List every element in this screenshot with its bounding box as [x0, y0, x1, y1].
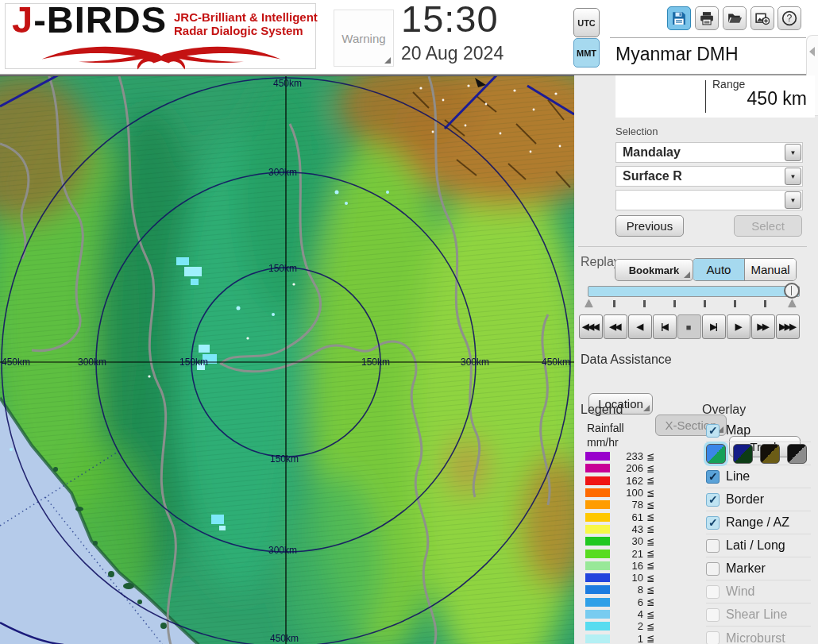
legend-row: 162≦: [585, 475, 665, 487]
timeline-tick: [764, 300, 766, 307]
checkbox-map[interactable]: [706, 424, 720, 438]
legend-label: Legend: [581, 403, 623, 417]
radar-map-svg: 450km 300km 150km 150km 300km 450km 450k…: [0, 76, 574, 644]
eagle-logo-icon: [10, 39, 312, 71]
jump-end-button[interactable]: ▶▶▶: [776, 314, 800, 339]
jbirds-app: 450km 300km 150km 150km 300km 450km 450k…: [0, 0, 818, 644]
legend-row: 4≦: [585, 608, 665, 620]
station-name: Myanmar DMH: [615, 44, 739, 65]
legend-row: 100≦: [585, 487, 665, 499]
product-dropdown-value: Surface R: [623, 169, 682, 183]
map-style-black-gray[interactable]: [787, 444, 807, 464]
map-style-selector: [706, 442, 811, 465]
play-button[interactable]: ▶: [727, 314, 750, 339]
clock-time: 15:30: [401, 0, 499, 40]
brand-tagline: JRC-Brilliant & Intelligent Radar Dialog…: [174, 10, 318, 37]
checkbox-wind: [706, 585, 720, 599]
replay-timeline-slider[interactable]: [588, 286, 800, 297]
extra-dropdown[interactable]: ▼: [615, 190, 803, 210]
chevron-down-icon[interactable]: ▼: [785, 191, 801, 209]
radar-map-view[interactable]: 450km 300km 150km 150km 300km 450km 450k…: [0, 75, 574, 644]
add-image-button[interactable]: [750, 6, 774, 30]
legend-row: 16≦: [585, 560, 665, 572]
rainfall-legend: 233≦ 206≦ 162≦ 100≦ 78≦ 61≦ 43≦ 30≦ 21≦ …: [585, 450, 665, 644]
checkbox-shear-line: [706, 608, 720, 622]
range-label: Range: [712, 78, 745, 91]
legend-row: 78≦: [585, 499, 665, 511]
checkbox-marker[interactable]: [706, 562, 720, 576]
overlay-list: Map Line Border Range / AZ Lati / Long M…: [706, 419, 811, 644]
timeline-end-marker[interactable]: ▲: [785, 295, 799, 311]
svg-text:450km: 450km: [542, 357, 570, 368]
overlay-label: Overlay: [702, 403, 746, 417]
open-folder-icon: [727, 11, 742, 25]
warning-button[interactable]: Warning: [334, 10, 394, 67]
save-button[interactable]: [667, 6, 691, 30]
select-button[interactable]: Select: [734, 215, 802, 237]
overlay-item-line[interactable]: Line: [706, 465, 811, 488]
auto-mode-button[interactable]: Auto: [693, 259, 745, 280]
overlay-item-map[interactable]: Map: [706, 419, 811, 442]
svg-text:150km: 150km: [268, 263, 297, 274]
step-forward-button[interactable]: ▶|: [702, 314, 726, 339]
chevron-down-icon[interactable]: ▼: [785, 168, 801, 185]
stop-button[interactable]: ■: [677, 314, 701, 339]
timeline-tick: [734, 300, 736, 307]
range-value: 450 km: [747, 88, 807, 110]
map-style-navy-darkgreen[interactable]: [733, 444, 753, 464]
manual-mode-button[interactable]: Manual: [745, 259, 796, 280]
overlay-item-shear-line: Shear Line: [706, 604, 811, 627]
timezone-utc-button[interactable]: UTC: [573, 8, 600, 37]
svg-text:?: ?: [787, 13, 793, 24]
jump-start-button[interactable]: ◀◀◀: [579, 314, 603, 339]
legend-row: 2≦: [585, 620, 665, 632]
overlay-item-lati-long[interactable]: Lati / Long: [706, 534, 811, 557]
station-divider: [610, 37, 806, 38]
overlay-item-border[interactable]: Border: [706, 488, 811, 511]
print-button[interactable]: [695, 6, 719, 30]
fast-forward-button[interactable]: ▶▶: [751, 314, 775, 339]
print-icon: [700, 11, 714, 25]
save-icon: [672, 11, 686, 25]
legend-row: 43≦: [585, 523, 665, 535]
map-style-blue-green[interactable]: [706, 444, 726, 464]
previous-button[interactable]: Previous: [615, 215, 684, 237]
collapse-arrow-icon: [809, 47, 815, 56]
map-style-black-olive[interactable]: [760, 444, 780, 464]
replay-divider: [578, 246, 807, 247]
fast-rewind-button[interactable]: ◀◀: [604, 314, 627, 339]
checkbox-microburst: [706, 631, 720, 644]
svg-text:450km: 450km: [273, 78, 302, 89]
overlay-item-marker[interactable]: Marker: [706, 557, 811, 580]
svg-text:150km: 150km: [270, 453, 299, 465]
timeline-tick: [613, 300, 615, 307]
help-icon: ?: [781, 10, 797, 26]
bookmark-button[interactable]: Bookmark: [615, 259, 693, 281]
checkbox-range-az[interactable]: [706, 516, 720, 530]
step-back-button[interactable]: |◀: [653, 314, 677, 339]
jbirds-logo: J-BIRDS JRC-Brilliant & Intelligent Rada…: [5, 3, 316, 69]
checkbox-line[interactable]: [706, 470, 720, 484]
play-reverse-button[interactable]: ◀: [628, 314, 652, 339]
timezone-mmt-button[interactable]: MMT: [573, 38, 600, 67]
open-file-button[interactable]: [723, 6, 747, 30]
help-button[interactable]: ?: [777, 6, 801, 30]
chevron-down-icon[interactable]: ▼: [785, 144, 801, 161]
timeline-tick: [673, 300, 676, 307]
svg-text:450km: 450km: [270, 633, 299, 644]
legend-row: 206≦: [585, 462, 665, 474]
svg-text:450km: 450km: [2, 357, 30, 368]
legend-row: 10≦: [585, 572, 665, 584]
svg-text:300km: 300km: [461, 357, 489, 368]
svg-text:150km: 150km: [179, 357, 208, 368]
svg-text:300km: 300km: [268, 545, 297, 556]
timeline-start-marker[interactable]: ▲: [582, 295, 596, 311]
overlay-item-range-az[interactable]: Range / AZ: [706, 511, 811, 534]
site-dropdown-value: Mandalay: [623, 145, 681, 160]
product-dropdown[interactable]: Surface R ▼: [615, 166, 803, 187]
checkbox-border[interactable]: [706, 493, 720, 507]
site-dropdown[interactable]: Mandalay ▼: [615, 142, 803, 163]
svg-text:150km: 150km: [361, 357, 390, 368]
checkbox-lati-long[interactable]: [706, 539, 720, 553]
clock-date: 20 Aug 2024: [401, 43, 504, 64]
